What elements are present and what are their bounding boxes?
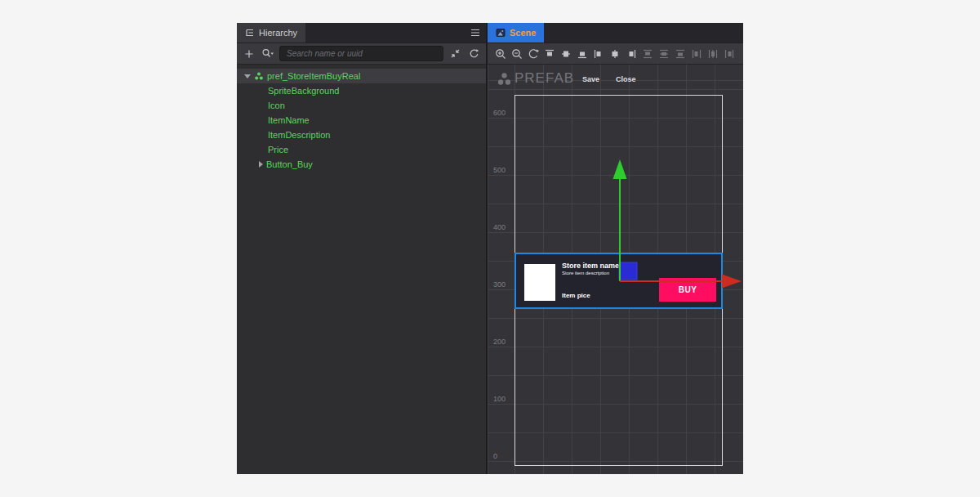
scene-tab-label: Scene — [510, 28, 536, 38]
scene-toolbar — [488, 43, 743, 65]
align-vertical-center-icon[interactable] — [558, 43, 574, 64]
ruler-label: 200 — [493, 337, 506, 347]
refresh-icon[interactable] — [466, 47, 481, 61]
search-filter-button[interactable] — [261, 47, 275, 61]
close-button[interactable]: Close — [612, 74, 639, 85]
tree-node[interactable]: ItemName — [237, 113, 486, 128]
tree-node-label: pref_StoreItemBuyReal — [267, 71, 360, 81]
tab-scene[interactable]: Scene — [488, 23, 544, 43]
ruler-label: 500 — [493, 165, 506, 175]
align-left-icon[interactable] — [590, 43, 607, 64]
scene-panel: Scene — [486, 23, 743, 474]
tree-node[interactable]: Price — [237, 142, 486, 157]
hierarchy-tabbar-spacer — [305, 23, 465, 43]
tree-node-label: SpriteBackground — [268, 86, 339, 96]
ruler-label: 0 — [493, 451, 497, 461]
search-input[interactable] — [279, 46, 443, 61]
zoom-out-icon[interactable] — [509, 43, 525, 64]
scene-viewport[interactable]: 600 500 400 300 200 100 0 PREFAB Save — [488, 65, 743, 474]
editor-window: Hierarchy — [237, 23, 743, 474]
align-top-icon[interactable] — [541, 43, 558, 64]
distribute-left-icon — [688, 43, 705, 64]
prefab-edit-header: PREFAB Save Close — [488, 65, 743, 92]
tree-node[interactable]: SpriteBackground — [237, 83, 486, 98]
item-name-text[interactable]: Store item name — [562, 262, 619, 270]
ruler-label: 400 — [493, 222, 506, 232]
ruler-label: 600 — [493, 108, 506, 118]
distribute-vertical-center-icon — [656, 43, 672, 64]
tree-node-root[interactable]: pref_StoreItemBuyReal — [237, 69, 486, 83]
tree-node-label: ItemName — [268, 115, 310, 125]
scene-tabbar-spacer — [544, 23, 743, 43]
distribute-horizontal-center-icon — [705, 43, 721, 64]
ruler-label: 300 — [493, 280, 506, 289]
distribute-top-icon — [639, 43, 656, 64]
align-right-icon[interactable] — [623, 43, 639, 64]
tree-node-label: ItemDescription — [268, 130, 330, 140]
caret-right-icon[interactable] — [259, 161, 263, 168]
hierarchy-tab-label: Hierarchy — [259, 28, 297, 38]
hierarchy-tabbar: Hierarchy — [237, 23, 486, 43]
store-item-node[interactable]: Store item name Store item description I… — [514, 253, 723, 309]
align-bottom-icon[interactable] — [574, 43, 590, 64]
item-price-text[interactable]: Item pice — [562, 292, 590, 299]
zoom-in-icon[interactable] — [492, 43, 509, 64]
item-description-text[interactable]: Store item description — [562, 271, 609, 275]
tree-node[interactable]: Button_Buy — [237, 157, 486, 172]
hierarchy-icon — [245, 28, 255, 38]
hierarchy-panel: Hierarchy — [237, 23, 486, 474]
buy-button[interactable]: BUY — [659, 278, 716, 302]
hamburger-menu-icon[interactable] — [465, 23, 486, 43]
image-icon — [496, 28, 506, 38]
tree-node[interactable]: ItemDescription — [237, 128, 486, 142]
align-horizontal-center-icon[interactable] — [607, 43, 623, 64]
distribute-bottom-icon — [672, 43, 688, 64]
prefab-icon — [497, 71, 512, 87]
distribute-right-icon — [721, 43, 737, 64]
tree-node-label: Icon — [268, 101, 285, 110]
tree-node-label: Price — [268, 145, 288, 154]
prefab-icon — [254, 71, 264, 81]
caret-down-icon[interactable] — [244, 74, 251, 78]
add-node-button[interactable] — [242, 47, 256, 61]
ruler-label: 100 — [493, 394, 506, 404]
tree-node[interactable]: Icon — [237, 98, 486, 113]
save-button[interactable]: Save — [579, 74, 603, 85]
tab-hierarchy[interactable]: Hierarchy — [237, 23, 305, 43]
item-icon-sprite[interactable] — [524, 264, 555, 301]
collapse-all-icon[interactable] — [448, 47, 462, 61]
hierarchy-toolbar — [237, 43, 486, 65]
hierarchy-tree: pref_StoreItemBuyReal SpriteBackground I… — [237, 65, 486, 474]
scene-tabbar: Scene — [488, 23, 743, 43]
prefab-badge: PREFAB — [514, 70, 574, 87]
reset-view-icon[interactable] — [525, 43, 541, 64]
tree-node-label: Button_Buy — [266, 159, 313, 169]
